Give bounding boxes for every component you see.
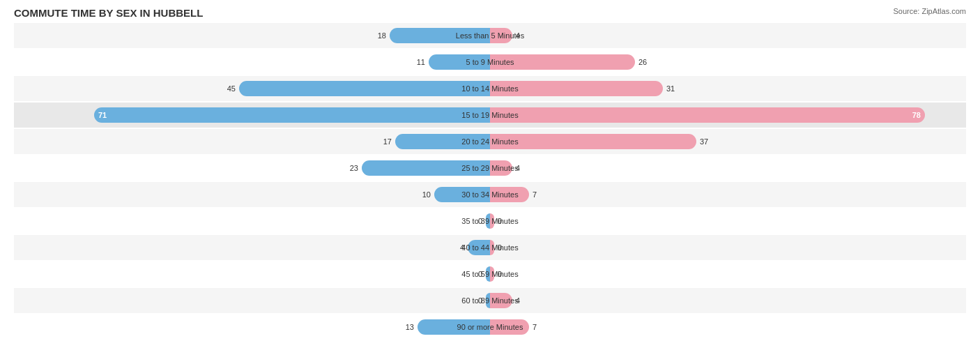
bar-female [490,81,663,96]
right-section: 0 [490,261,966,287]
bar-male [429,54,490,70]
bar-female [490,319,529,335]
left-section: 11 [14,50,490,75]
right-section: 7 [490,314,966,340]
female-value: 0 [498,217,513,225]
female-value: 4 [516,31,531,40]
bar-female [490,134,696,149]
bar-female [490,213,494,229]
left-section: 23 [14,156,490,181]
chart-container: COMMUTE TIME BY SEX IN HUBBELL Source: Z… [0,0,980,364]
bar-female [490,28,512,43]
right-section: 0 [490,235,966,260]
male-value: 0 [467,270,482,278]
table-row: 17 20 to 24 Minutes 37 [14,129,966,154]
bar-female [490,187,529,202]
table-row: 0 35 to 39 Minutes 0 [14,208,966,234]
bar-female [490,266,494,282]
female-value: 7 [533,190,548,199]
left-section: 13 [14,314,490,340]
table-row: 23 25 to 29 Minutes 4 [14,156,966,181]
bar-female: 78 [490,107,925,123]
bar-male [468,240,490,255]
source-label: Source: ZipAtlas.com [893,7,966,15]
right-section: 26 [490,50,966,75]
chart-title: COMMUTE TIME BY SEX IN HUBBELL [14,7,966,19]
female-value: 78 [912,111,921,119]
left-section: 4 [14,235,490,260]
bar-male [434,187,490,202]
table-row: 11 5 to 9 Minutes 26 [14,50,966,75]
left-section: 71 [14,103,490,128]
male-value: 11 [410,58,425,66]
left-section: 17 [14,129,490,154]
female-value: 4 [516,164,531,172]
right-section: 7 [490,182,966,207]
bar-male: 71 [94,107,490,123]
table-row: 0 60 to 89 Minutes 4 [14,288,966,313]
left-section: 10 [14,182,490,207]
male-value: 13 [399,323,414,331]
right-section: 4 [490,23,966,48]
female-value: 31 [666,84,682,93]
bar-female [490,240,494,255]
table-row: 45 10 to 14 Minutes 31 [14,76,966,101]
left-section: 0 [14,288,490,313]
female-value: 4 [516,296,531,305]
right-section: 4 [490,288,966,313]
table-row: 0 45 to 59 Minutes 0 [14,261,966,287]
table-row: 4 40 to 44 Minutes 0 [14,235,966,260]
male-value: 71 [98,111,107,119]
male-value: 23 [343,164,358,172]
female-value: 0 [498,243,513,252]
female-value: 37 [700,137,715,146]
female-value: 7 [533,323,548,331]
male-value: 0 [467,217,482,225]
left-section: 0 [14,261,490,287]
right-section: 0 [490,208,966,234]
bar-female [490,160,512,176]
bar-female [490,293,512,308]
left-section: 18 [14,23,490,48]
right-section: 37 [490,129,966,154]
right-section: 4 [490,156,966,181]
table-row: 18 Less than 5 Minutes 4 [14,23,966,48]
left-section: 0 [14,208,490,234]
male-value: 45 [220,84,236,93]
bar-female [490,54,635,70]
bar-male [395,134,490,149]
right-section: 31 [490,76,966,101]
female-value: 26 [638,58,654,66]
bar-male [362,160,490,176]
male-value: 4 [449,243,464,252]
bar-male [390,28,490,43]
chart-area: 18 Less than 5 Minutes 4 11 5 to 9 Minut… [14,23,966,316]
male-value: 0 [467,296,482,305]
bar-male [239,81,490,96]
male-value: 10 [415,190,431,199]
male-value: 18 [371,31,386,40]
left-section: 45 [14,76,490,101]
table-row: 13 90 or more Minutes 7 [14,314,966,340]
male-value: 17 [376,137,392,146]
bar-male [418,319,490,335]
female-value: 0 [498,270,513,278]
table-row: 10 30 to 34 Minutes 7 [14,182,966,207]
table-row: 71 15 to 19 Minutes 78 [14,103,966,128]
right-section: 78 [490,103,966,128]
